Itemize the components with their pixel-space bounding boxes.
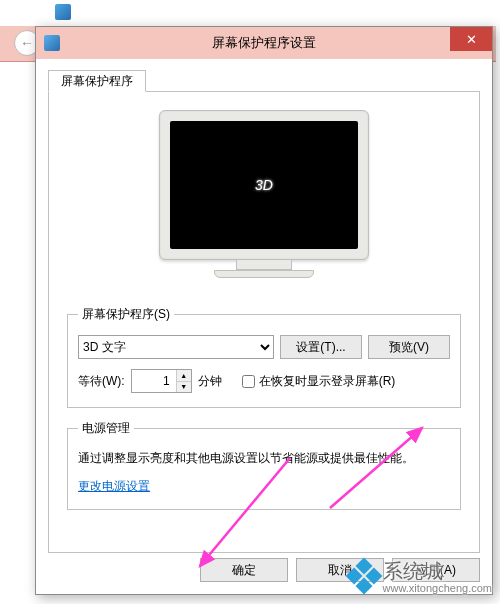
monitor-bezel: 3D — [159, 110, 369, 260]
power-settings-link[interactable]: 更改电源设置 — [78, 479, 150, 493]
monitor-stand — [236, 260, 292, 270]
close-button[interactable]: ✕ — [450, 27, 492, 51]
wait-spinner[interactable]: ▲ ▼ — [131, 369, 192, 393]
spinner-down-icon[interactable]: ▼ — [177, 382, 191, 393]
app-icon — [44, 35, 60, 51]
settings-button[interactable]: 设置(T)... — [280, 335, 362, 359]
resume-checkbox[interactable] — [242, 375, 255, 388]
dialog-title: 屏幕保护程序设置 — [36, 34, 492, 52]
power-description: 通过调整显示亮度和其他电源设置以节省能源或提供最佳性能。 — [78, 449, 450, 468]
screensaver-group: 屏幕保护程序(S) 3D 文字 设置(T)... 预览(V) 等待(W): — [67, 306, 461, 408]
monitor-base — [214, 270, 314, 278]
watermark-logo-icon — [345, 558, 382, 595]
titlebar: 屏幕保护程序设置 ✕ — [36, 27, 492, 59]
watermark-brand: 系统城 — [383, 560, 443, 582]
taskbar-thumb-icon — [55, 4, 71, 20]
wait-label: 等待(W): — [78, 373, 125, 390]
dialog-body: 屏幕保护程序 3D 屏幕保护程序(S) — [36, 59, 492, 594]
power-group: 电源管理 通过调整显示亮度和其他电源设置以节省能源或提供最佳性能。 更改电源设置 — [67, 420, 461, 510]
wait-input[interactable] — [132, 370, 176, 392]
power-legend: 电源管理 — [78, 420, 134, 437]
tab-screensaver[interactable]: 屏幕保护程序 — [48, 70, 146, 92]
ok-button[interactable]: 确定 — [200, 558, 288, 582]
watermark-url: www.xitongcheng.com — [383, 582, 492, 594]
spinner-up-icon[interactable]: ▲ — [177, 370, 191, 382]
wait-unit: 分钟 — [198, 373, 222, 390]
tab-panel: 屏幕保护程序 3D 屏幕保护程序(S) — [48, 91, 480, 553]
resume-checkbox-text: 在恢复时显示登录屏幕(R) — [259, 373, 396, 390]
monitor-screen: 3D — [170, 121, 358, 249]
preview-button[interactable]: 预览(V) — [368, 335, 450, 359]
back-icon: ← — [20, 35, 34, 51]
watermark: 系统城 www.xitongcheng.com — [351, 558, 492, 594]
screensaver-legend: 屏幕保护程序(S) — [78, 306, 174, 323]
monitor-preview: 3D — [67, 110, 461, 278]
tab-content: 3D 屏幕保护程序(S) 3D 文字 设置(T)... 预览 — [49, 92, 479, 534]
screensaver-dialog: 屏幕保护程序设置 ✕ 屏幕保护程序 3D — [35, 26, 493, 595]
screensaver-select[interactable]: 3D 文字 — [78, 335, 274, 359]
close-icon: ✕ — [466, 32, 477, 47]
tab-label: 屏幕保护程序 — [61, 74, 133, 88]
resume-checkbox-label[interactable]: 在恢复时显示登录屏幕(R) — [242, 373, 396, 390]
screensaver-preview-text: 3D — [255, 177, 273, 193]
